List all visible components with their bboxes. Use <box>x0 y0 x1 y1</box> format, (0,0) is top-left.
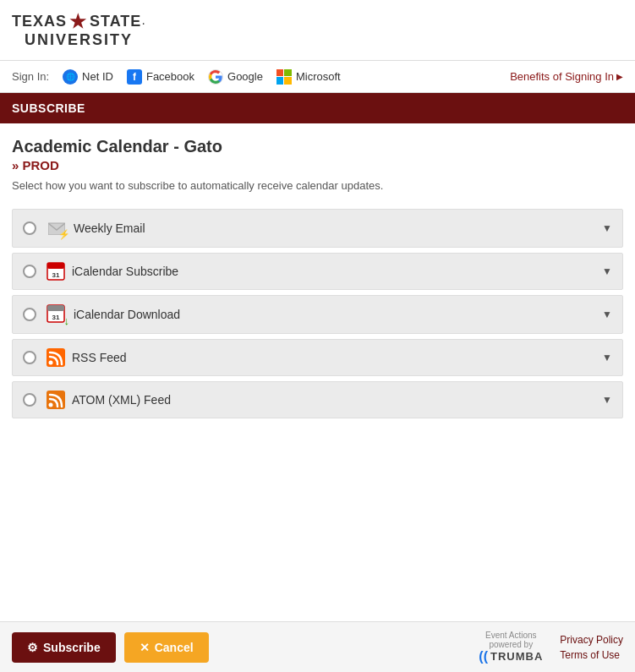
ical-subscribe-icon: 31 <box>47 262 65 281</box>
svg-point-10 <box>49 403 53 407</box>
facebook-label: Facebook <box>146 70 194 83</box>
calendar-title: Academic Calendar - Gato <box>12 137 623 156</box>
globe-icon: 🌐 <box>63 69 78 85</box>
svg-rect-2 <box>47 263 64 269</box>
radio-rss-feed[interactable] <box>23 351 36 364</box>
signin-label: Sign In: <box>12 70 49 83</box>
chevron-down-icon: ▼ <box>602 222 612 234</box>
chevron-down-icon-5: ▼ <box>602 394 612 406</box>
chevron-right-icon: ▶ <box>616 72 623 81</box>
subscribe-button[interactable]: ⚙ Subscribe <box>12 632 116 663</box>
cancel-icon: ✕ <box>140 641 150 654</box>
ical-download-icon: 31 ↓ <box>47 304 67 325</box>
logo-dot: . <box>142 17 145 26</box>
subscribe-bar: SUBSCRIBE <box>0 93 635 123</box>
facebook-icon: f <box>127 69 142 85</box>
svg-rect-5 <box>47 305 64 311</box>
trumba-waves-icon: (( <box>479 649 488 664</box>
email-icon: ⚡ <box>47 218 67 238</box>
radio-icalendar-download[interactable] <box>23 308 36 321</box>
microsoft-icon <box>276 69 292 85</box>
logo: TEXAS ★ STATE . UNIVERSITY <box>12 12 145 49</box>
google-link[interactable]: Google <box>208 69 263 85</box>
subscribe-icon: ⚙ <box>27 641 38 654</box>
atom-icon <box>47 391 65 409</box>
cancel-button[interactable]: ✕ Cancel <box>124 632 209 663</box>
svg-point-8 <box>49 361 53 365</box>
footer-buttons: ⚙ Subscribe ✕ Cancel <box>12 632 209 663</box>
option-icalendar-subscribe[interactable]: 31 iCalendar Subscribe ▼ <box>12 253 623 290</box>
chevron-down-icon-2: ▼ <box>602 265 612 277</box>
calendar-description: Select how you want to subscribe to auto… <box>12 179 623 192</box>
option-atom-feed[interactable]: ATOM (XML) Feed ▼ <box>12 381 623 418</box>
microsoft-label: Microsoft <box>296 70 341 83</box>
microsoft-link[interactable]: Microsoft <box>276 69 341 85</box>
privacy-policy-link[interactable]: Privacy Policy <box>560 634 623 646</box>
radio-weekly-email[interactable] <box>23 221 36 235</box>
logo-star-icon: ★ <box>69 12 87 32</box>
header: TEXAS ★ STATE . UNIVERSITY <box>0 0 635 61</box>
option-icalendar-download[interactable]: 31 ↓ iCalendar Download ▼ <box>12 295 623 334</box>
cancel-button-label: Cancel <box>155 641 194 654</box>
terms-of-use-link[interactable]: Terms of Use <box>560 649 623 661</box>
powered-by-label: powered by <box>479 640 543 649</box>
netid-link[interactable]: 🌐 Net ID <box>63 69 113 85</box>
option-rss-feed[interactable]: RSS Feed ▼ <box>12 339 623 376</box>
trumba-branding: Event Actions powered by (( TRUMBA <box>479 631 543 664</box>
calendar-sub: » PROD <box>12 158 623 172</box>
chevron-down-icon-4: ▼ <box>602 352 612 363</box>
radio-icalendar-subscribe[interactable] <box>23 265 36 278</box>
benefits-label: Benefits of Signing In <box>510 70 614 83</box>
option-icalendar-subscribe-label: iCalendar Subscribe <box>72 265 602 278</box>
main-content: Academic Calendar - Gato » PROD Select h… <box>0 123 635 621</box>
trumba-logo: (( TRUMBA <box>479 649 543 664</box>
option-rss-feed-label: RSS Feed <box>72 351 602 364</box>
option-atom-feed-label: ATOM (XML) Feed <box>72 393 602 407</box>
subscribe-button-label: Subscribe <box>43 641 101 654</box>
netid-label: Net ID <box>82 70 113 83</box>
signin-bar: Sign In: 🌐 Net ID f Facebook Google Micr… <box>0 61 635 93</box>
logo-texas: TEXAS <box>12 14 67 30</box>
footer: ⚙ Subscribe ✕ Cancel Event Actions power… <box>0 621 635 672</box>
footer-links: Privacy Policy Terms of Use <box>560 634 623 661</box>
event-actions-label: Event Actions <box>479 631 543 640</box>
chevron-down-icon-3: ▼ <box>602 309 612 320</box>
svg-text:31: 31 <box>52 314 60 321</box>
trumba-name: TRUMBA <box>490 650 543 663</box>
google-label: Google <box>227 70 263 83</box>
subscribe-bar-label: SUBSCRIBE <box>12 101 85 115</box>
svg-text:31: 31 <box>52 271 60 279</box>
option-icalendar-download-label: iCalendar Download <box>74 308 602 321</box>
option-weekly-email[interactable]: ⚡ Weekly Email ▼ <box>12 209 623 248</box>
footer-right: Event Actions powered by (( TRUMBA Priva… <box>479 631 623 664</box>
google-icon <box>208 69 223 85</box>
option-weekly-email-label: Weekly Email <box>74 221 602 235</box>
benefits-link[interactable]: Benefits of Signing In ▶ <box>510 70 623 83</box>
rss-icon <box>47 348 65 367</box>
logo-state: STATE <box>90 14 141 30</box>
radio-atom-feed[interactable] <box>23 393 36 407</box>
logo-university: UNIVERSITY <box>25 32 133 49</box>
facebook-link[interactable]: f Facebook <box>127 69 194 85</box>
